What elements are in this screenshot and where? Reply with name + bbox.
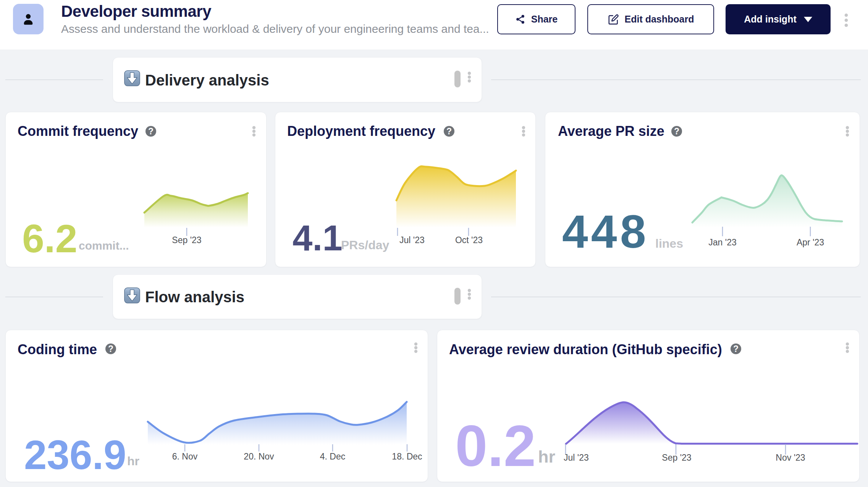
- svg-text:Coding time: Coding time: [18, 342, 97, 357]
- svg-text:Apr '23: Apr '23: [797, 237, 824, 247]
- svg-text:Sep '23: Sep '23: [662, 453, 691, 463]
- svg-text:Oct '23: Oct '23: [455, 235, 483, 245]
- svg-text:Commit frequency: Commit frequency: [18, 123, 138, 139]
- svg-text:Flow analysis: Flow analysis: [145, 289, 244, 305]
- svg-text:?: ?: [733, 344, 739, 354]
- svg-text:Sep '23: Sep '23: [172, 235, 201, 245]
- svg-text:Jan '23: Jan '23: [708, 237, 736, 247]
- svg-text:6.2: 6.2: [22, 216, 78, 261]
- svg-text:236.9: 236.9: [24, 432, 126, 478]
- svg-text:0.2: 0.2: [455, 413, 536, 478]
- svg-text:?: ?: [446, 126, 452, 136]
- svg-text:448: 448: [562, 206, 649, 258]
- svg-text:18. Dec: 18. Dec: [392, 452, 422, 461]
- svg-text:?: ?: [108, 344, 113, 354]
- svg-text:Deployment frequency: Deployment frequency: [287, 123, 435, 139]
- svg-text:Jul '23: Jul '23: [399, 235, 425, 245]
- svg-text:?: ?: [674, 126, 679, 136]
- svg-text:lines: lines: [655, 237, 683, 250]
- svg-text:6. Nov: 6. Nov: [172, 452, 198, 461]
- svg-text:4.1: 4.1: [293, 218, 343, 258]
- svg-text:?: ?: [148, 126, 154, 136]
- svg-text:20. Nov: 20. Nov: [244, 452, 274, 461]
- svg-text:commit...: commit...: [79, 239, 129, 252]
- svg-text:Average PR size: Average PR size: [558, 123, 664, 139]
- svg-text:Nov '23: Nov '23: [776, 453, 805, 463]
- svg-text:hr: hr: [538, 447, 555, 466]
- svg-text:hr: hr: [127, 454, 139, 468]
- svg-text:4. Dec: 4. Dec: [320, 452, 345, 461]
- svg-text:Delivery analysis: Delivery analysis: [145, 72, 269, 89]
- svg-text:PRs/day: PRs/day: [341, 238, 389, 252]
- svg-text:Average review duration (GitHu: Average review duration (GitHub specific…: [449, 342, 722, 357]
- svg-text:Jul '23: Jul '23: [564, 453, 589, 463]
